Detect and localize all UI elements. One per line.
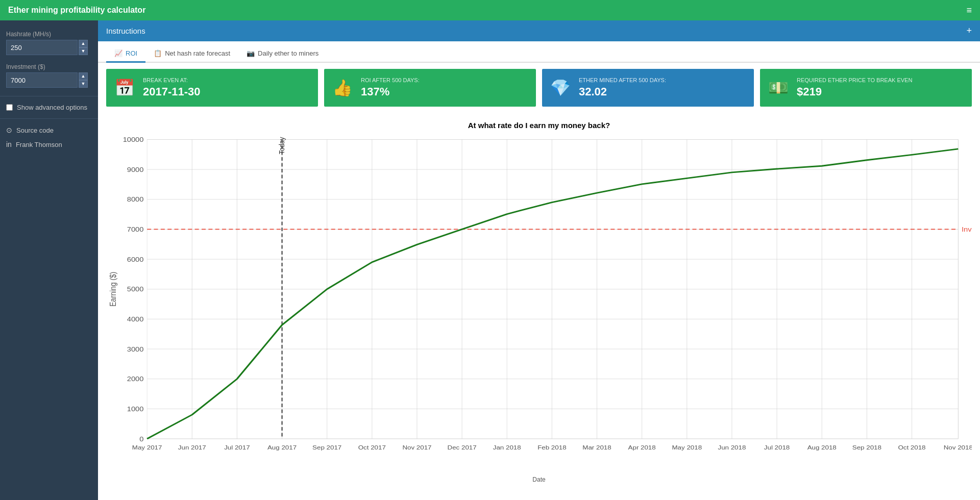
investment-label: Investment ($) [6, 63, 92, 70]
tab-nethash-label: Net hash rate forecast [165, 49, 230, 57]
menu-icon[interactable]: ≡ [966, 5, 972, 16]
linkedin-icon: in [6, 140, 12, 148]
main-layout: Hashrate (MH/s) ▲ ▼ Investment ($) ▲ ▼ [0, 20, 980, 500]
hashrate-up-button[interactable]: ▲ [79, 40, 88, 47]
chart-wrapper: Today Investment 0 1000 2000 3000 4000 5… [106, 134, 972, 474]
svg-text:Apr 2018: Apr 2018 [628, 444, 656, 451]
svg-text:Aug 2017: Aug 2017 [267, 444, 297, 451]
svg-text:Dec 2017: Dec 2017 [448, 444, 477, 451]
investment-input[interactable] [6, 72, 78, 88]
svg-text:Sep 2018: Sep 2018 [852, 444, 881, 451]
svg-text:10000: 10000 [123, 136, 144, 143]
investment-spinner: ▲ ▼ [79, 72, 88, 88]
breakeven-icon: 📅 [114, 78, 135, 97]
hashrate-input[interactable] [6, 40, 78, 55]
instructions-title: Instructions [106, 27, 145, 35]
ether-mined-text: ETHER MINED AFTER 500 DAYS: 32.02 [579, 77, 666, 98]
svg-text:Jun 2017: Jun 2017 [178, 444, 206, 451]
required-price-icon: 💵 [768, 78, 789, 97]
required-price-value: $219 [797, 85, 912, 98]
tab-nethash[interactable]: 📋 Net hash rate forecast [145, 45, 238, 63]
roi-value: 137% [361, 85, 420, 98]
svg-text:Earning ($): Earning ($) [108, 272, 117, 307]
svg-text:Mar 2018: Mar 2018 [582, 444, 611, 451]
stat-cards: 📅 BREAK EVEN AT: 2017-11-30 👍 ROI AFTER … [98, 63, 980, 113]
instructions-expand-button[interactable]: + [966, 26, 972, 36]
linkedin-link[interactable]: in Frank Thomson [0, 137, 98, 152]
breakeven-label: BREAK EVEN AT: [143, 77, 201, 83]
ether-mined-value: 32.02 [579, 85, 666, 98]
tab-daily-label: Daily ether to miners [258, 49, 318, 57]
chart-container: At what rate do I earn my money back? [98, 113, 980, 500]
x-axis-label: Date [106, 476, 972, 483]
hashrate-label: Hashrate (MH/s) [6, 31, 92, 38]
breakeven-text: BREAK EVEN AT: 2017-11-30 [143, 77, 201, 98]
stat-card-breakeven: 📅 BREAK EVEN AT: 2017-11-30 [106, 69, 318, 107]
investment-down-button[interactable]: ▼ [79, 80, 88, 88]
hashrate-input-row: ▲ ▼ [6, 40, 92, 55]
svg-text:9000: 9000 [127, 166, 144, 173]
svg-text:Jun 2018: Jun 2018 [718, 444, 746, 451]
chart-title: At what rate do I earn my money back? [106, 121, 972, 130]
breakeven-value: 2017-11-30 [143, 85, 201, 98]
svg-text:Jul 2018: Jul 2018 [764, 444, 790, 451]
stat-card-roi: 👍 ROI AFTER 500 DAYS: 137% [324, 69, 536, 107]
svg-text:Investment: Investment [962, 226, 972, 233]
svg-text:Jul 2017: Jul 2017 [224, 444, 250, 451]
svg-text:Aug 2018: Aug 2018 [807, 444, 837, 451]
stat-card-ether-mined: 💎 ETHER MINED AFTER 500 DAYS: 32.02 [542, 69, 754, 107]
required-price-text: REQUIRED ETHER PRICE TO BREAK EVEN $219 [797, 77, 912, 98]
tabs-bar: 📈 ROI 📋 Net hash rate forecast 📷 Daily e… [98, 41, 980, 63]
required-price-label: REQUIRED ETHER PRICE TO BREAK EVEN [797, 77, 912, 83]
stat-card-required-price: 💵 REQUIRED ETHER PRICE TO BREAK EVEN $21… [760, 69, 972, 107]
svg-text:5000: 5000 [127, 286, 144, 293]
app-title: Ether mining profitability calculator [8, 6, 966, 15]
investment-input-row: ▲ ▼ [6, 72, 92, 88]
hashrate-spinner: ▲ ▼ [79, 40, 88, 55]
svg-text:Jan 2018: Jan 2018 [493, 444, 521, 451]
source-code-label: Source code [16, 127, 54, 134]
svg-text:Sep 2017: Sep 2017 [312, 444, 341, 451]
advanced-options-label: Show advanced options [17, 104, 87, 111]
svg-text:6000: 6000 [127, 256, 144, 263]
tab-roi-label: ROI [126, 49, 137, 57]
tab-roi[interactable]: 📈 ROI [106, 45, 145, 63]
svg-text:1000: 1000 [127, 406, 144, 413]
roi-icon: 👍 [332, 78, 353, 97]
tab-nethash-icon: 📋 [154, 49, 162, 57]
tab-daily[interactable]: 📷 Daily ether to miners [238, 45, 327, 63]
roi-label: ROI AFTER 500 DAYS: [361, 77, 420, 83]
svg-text:Oct 2018: Oct 2018 [898, 444, 925, 451]
advanced-options-checkbox[interactable] [6, 104, 13, 111]
roi-text: ROI AFTER 500 DAYS: 137% [361, 77, 420, 98]
svg-text:May 2018: May 2018 [672, 444, 702, 451]
svg-text:8000: 8000 [127, 196, 144, 203]
svg-text:2000: 2000 [127, 376, 144, 383]
investment-up-button[interactable]: ▲ [79, 72, 88, 80]
investment-section: Investment ($) ▲ ▼ [0, 59, 98, 92]
svg-text:0: 0 [139, 436, 144, 443]
svg-text:Feb 2018: Feb 2018 [537, 444, 566, 451]
instructions-bar: Instructions + [98, 20, 980, 41]
svg-text:3000: 3000 [127, 346, 144, 353]
svg-text:May 2017: May 2017 [132, 444, 162, 451]
svg-text:7000: 7000 [127, 226, 144, 233]
svg-text:Today: Today [278, 137, 286, 154]
svg-text:Nov 2018: Nov 2018 [944, 444, 972, 451]
sidebar: Hashrate (MH/s) ▲ ▼ Investment ($) ▲ ▼ [0, 20, 98, 500]
svg-text:Nov 2017: Nov 2017 [402, 444, 431, 451]
ether-mined-label: ETHER MINED AFTER 500 DAYS: [579, 77, 666, 83]
hashrate-down-button[interactable]: ▼ [79, 47, 88, 55]
svg-text:4000: 4000 [127, 316, 144, 323]
linkedin-label: Frank Thomson [16, 141, 62, 148]
hashrate-section: Hashrate (MH/s) ▲ ▼ [0, 27, 98, 59]
advanced-options-toggle[interactable]: Show advanced options [0, 101, 98, 114]
source-code-link[interactable]: ⊙ Source code [0, 123, 98, 137]
svg-text:Oct 2017: Oct 2017 [358, 444, 386, 451]
tab-daily-icon: 📷 [247, 49, 255, 57]
navbar: Ether mining profitability calculator ≡ [0, 0, 980, 20]
tab-roi-icon: 📈 [114, 49, 122, 57]
ether-mined-icon: 💎 [550, 78, 571, 97]
content-area: Instructions + 📈 ROI 📋 Net hash rate for… [98, 20, 980, 500]
source-code-icon: ⊙ [6, 126, 12, 134]
